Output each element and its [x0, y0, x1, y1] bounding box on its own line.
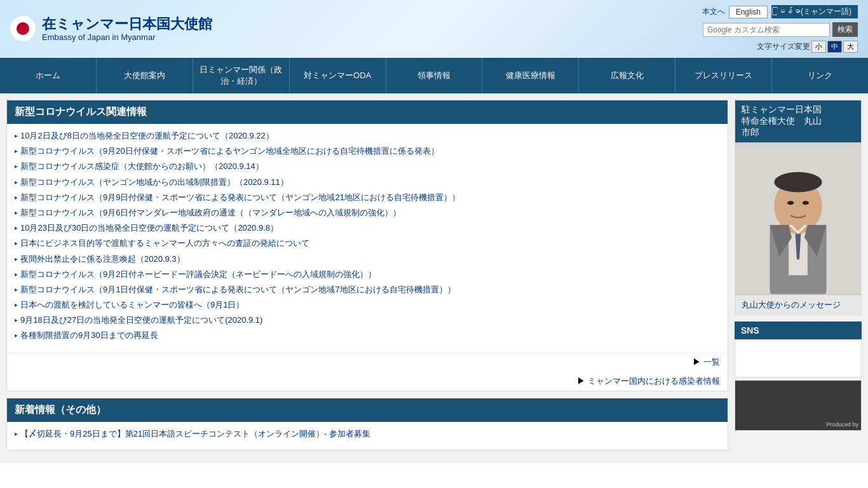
covid-link[interactable]: 新型コロナウイルス（9月1日付保健・スポーツ省による発表について（ヤンゴン地域7…	[20, 284, 456, 295]
nav: ホーム大使館案内日ミャンマー関係（政治・経済）対ミャンマーODA領事情報健康医療…	[0, 58, 868, 93]
svg-point-8	[774, 172, 822, 193]
svg-point-9	[787, 201, 794, 205]
nav-item-embassy[interactable]: 大使館案内	[97, 58, 193, 93]
bullet-arrow: ▸	[15, 208, 18, 217]
search-bar: 検索	[703, 22, 858, 37]
list-item: ▸日本への渡航を検討しているミャンマーの皆様へ（9月1日）	[15, 299, 720, 311]
news-section: 新着情報（その他） ▸【〆切延長・9月25日まで】第21回日本語スピーチコンテス…	[6, 398, 728, 451]
covid-more-link: ▶ 一覧	[7, 352, 728, 372]
covid-link[interactable]: 新型コロナウイルス（9月9日付保健・スポーツ省による発表について（ヤンゴン地域2…	[20, 192, 460, 203]
list-item: ▸新型コロナウイルス（ヤンゴン地域からの出域制限措置）（2020.9.11）	[15, 177, 720, 188]
nav-item-relations[interactable]: 日ミャンマー関係（政治・経済）	[193, 58, 290, 93]
produced-by: Produced by	[826, 421, 858, 428]
list-item: ▸新型コロナウイルス（9月6日付マンダレー地域政府の通達（（マンダレー地域への入…	[15, 207, 720, 219]
site-title-block: 在ミャンマー日本国大使館 Embassy of Japan in Myanmar	[42, 16, 212, 42]
nav-item-links[interactable]: リンク	[772, 58, 868, 93]
svg-point-10	[803, 201, 809, 205]
nav-item-consular[interactable]: 領事情報	[386, 58, 483, 93]
bullet-arrow: ▸	[15, 285, 18, 294]
list-item: ▸日本にビジネス目的等で渡航するミャンマー人の方々への査証の発給について	[15, 238, 720, 249]
covid-link[interactable]: 日本への渡航を検討しているミャンマーの皆様へ（9月1日）	[20, 299, 244, 311]
bullet-arrow: ▸	[15, 147, 18, 156]
covid-link[interactable]: 9月18日及び27日の当地発全日空便の運航予定について(2020.9.1)	[20, 315, 262, 326]
covid-link[interactable]: 各種制限措置の9月30日までの再延長	[20, 330, 158, 341]
nav-item-pr[interactable]: 広報文化	[579, 58, 675, 93]
bullet-arrow: ▸	[15, 301, 18, 309]
bullet-arrow: ▸	[15, 239, 18, 248]
sidebar-sns-label: SNS	[735, 322, 862, 339]
bullet-arrow: ▸	[15, 224, 18, 233]
nav-item-oda[interactable]: 対ミャンマーODA	[290, 58, 386, 93]
ambassador-message-anchor[interactable]: 丸山大使からのメッセージ	[742, 300, 841, 309]
covid-link[interactable]: 日本にビジネス目的等で渡航するミャンマー人の方々への査証の発給について	[20, 238, 309, 249]
content: 新型コロナウイルス関連情報 ▸10月2日及び8日の当地発全日空便の運航予定につい…	[6, 100, 728, 457]
sidebar: 駐ミャンマー日本国特命全権大使 丸山市郎	[735, 100, 862, 457]
lang-myanmar-button[interactable]: မြန်မာ(ミャンマー語)	[771, 5, 858, 18]
search-button[interactable]: 検索	[832, 22, 858, 37]
lang-bar: 本文へ English မြန်မာ(ミャンマー語)	[702, 5, 858, 18]
more-arrow: ▶	[693, 357, 701, 367]
bullet-arrow: ▸	[15, 316, 18, 325]
header-left: 在ミャンマー日本国大使館 Embassy of Japan in Myanmar	[10, 16, 212, 42]
search-input[interactable]	[703, 23, 830, 37]
list-item: ▸10月2日及び8日の当地発全日空便の運航予定について（2020.9.22）	[15, 130, 720, 142]
covid-more-anchor[interactable]: 一覧	[703, 357, 720, 367]
ambassador-photo	[735, 142, 861, 295]
bullet-arrow: ▸	[15, 132, 18, 140]
font-medium-button[interactable]: 中	[827, 41, 842, 53]
list-item: ▸9月18日及び27日の当地発全日空便の運航予定について(2020.9.1)	[15, 315, 720, 326]
font-size-label: 文字サイズ変更	[757, 41, 810, 52]
bullet-arrow: ▸	[15, 162, 18, 171]
font-large-button[interactable]: 大	[843, 41, 858, 53]
ambassador-title-text: 駐ミャンマー日本国特命全権大使 丸山市郎	[742, 104, 822, 137]
covid-link[interactable]: 10月23日及び30日の当地発全日空便の運航予定について（2020.9.8）	[20, 222, 278, 234]
list-item: ▸夜間外出禁止令に係る注意喚起（2020.9.3）	[15, 254, 720, 265]
covid-section-header: 新型コロナウイルス関連情報	[7, 100, 728, 124]
site-title-jp: 在ミャンマー日本国大使館	[42, 16, 212, 32]
sidebar-video: Produced by	[735, 380, 862, 431]
header-right: 本文へ English မြန်မာ(ミャンマー語) 検索 文字サイズ変更 小 …	[702, 5, 858, 53]
font-small-button[interactable]: 小	[811, 41, 826, 53]
bullet-arrow: ▸	[15, 270, 18, 279]
covid-link[interactable]: 新型コロナウイルス感染症（大使館からのお願い）（2020.9.14）	[20, 161, 264, 172]
header: 在ミャンマー日本国大使館 Embassy of Japan in Myanmar…	[0, 0, 868, 58]
main-wrapper: 新型コロナウイルス関連情報 ▸10月2日及び8日の当地発全日空便の運航予定につい…	[0, 93, 868, 463]
news-link[interactable]: 【〆切延長・9月25日まで】第21回日本語スピーチコンテスト（オンライン開催）-…	[20, 428, 370, 440]
covid-link[interactable]: 新型コロナウイルス（9月6日付マンダレー地域政府の通達（（マンダレー地域への入域…	[20, 207, 401, 219]
news-links-body: ▸【〆切延長・9月25日まで】第21回日本語スピーチコンテスト（オンライン開催）…	[7, 422, 728, 450]
honbun-link[interactable]: 本文へ	[702, 6, 725, 17]
svg-point-1	[17, 22, 29, 35]
list-item: ▸新型コロナウイルス感染症（大使館からのお願い）（2020.9.14）	[15, 161, 720, 172]
covid-link[interactable]: 新型コロナウイルス（ヤンゴン地域からの出域制限措置）（2020.9.11）	[20, 177, 288, 188]
bullet-arrow: ▸	[15, 193, 18, 202]
news-section-header: 新着情報（その他）	[7, 398, 728, 422]
bullet-arrow: ▸	[15, 178, 18, 187]
flag-icon	[10, 16, 36, 41]
list-item: ▸新型コロナウイルス（9月2日付ネービードー評議会決定（ネービードーへの入域規制…	[15, 269, 720, 280]
nav-item-health[interactable]: 健康医療情報	[482, 58, 579, 93]
sidebar-video-inner: Produced by	[735, 381, 861, 430]
covid-link[interactable]: 夜間外出禁止令に係る注意喚起（2020.9.3）	[20, 254, 185, 265]
covid-special-link: ▶ ミャンマー国内における感染者情報	[7, 372, 728, 391]
nav-item-press[interactable]: プレスリリース	[675, 58, 772, 93]
list-item: ▸【〆切延長・9月25日まで】第21回日本語スピーチコンテスト（オンライン開催）…	[15, 428, 720, 440]
special-arrow: ▶	[577, 376, 585, 386]
lang-english-button[interactable]: English	[729, 6, 768, 18]
bullet-arrow: ▸	[15, 430, 18, 438]
nav-item-home[interactable]: ホーム	[0, 58, 97, 93]
list-item: ▸10月23日及び30日の当地発全日空便の運航予定について（2020.9.8）	[15, 222, 720, 234]
list-item: ▸新型コロナウイルス（9月9日付保健・スポーツ省による発表について（ヤンゴン地域…	[15, 192, 720, 203]
sidebar-ambassador-header: 駐ミャンマー日本国特命全権大使 丸山市郎	[735, 100, 861, 142]
list-item: ▸新型コロナウイルス（9月1日付保健・スポーツ省による発表について（ヤンゴン地域…	[15, 284, 720, 295]
sidebar-ambassador: 駐ミャンマー日本国特命全権大使 丸山市郎	[735, 100, 862, 315]
covid-link[interactable]: 新型コロナウイルス（9月20日付保健・スポーツ省によるヤンゴン地域全地区における…	[20, 146, 439, 157]
covid-link[interactable]: 10月2日及び8日の当地発全日空便の運航予定について（2020.9.22）	[20, 130, 274, 142]
covid-special-anchor[interactable]: ミャンマー国内における感染者情報	[588, 376, 720, 386]
sidebar-sns-content	[735, 339, 862, 377]
font-size-bar: 文字サイズ変更 小 中 大	[757, 41, 858, 53]
list-item: ▸各種制限措置の9月30日までの再延長	[15, 330, 720, 341]
covid-link[interactable]: 新型コロナウイルス（9月2日付ネービードー評議会決定（ネービードーへの入域規制の…	[20, 269, 376, 280]
sidebar-message-link: 丸山大使からのメッセージ	[735, 295, 861, 315]
bullet-arrow: ▸	[15, 255, 18, 264]
covid-links-body: ▸10月2日及び8日の当地発全日空便の運航予定について（2020.9.22）▸新…	[7, 124, 728, 352]
